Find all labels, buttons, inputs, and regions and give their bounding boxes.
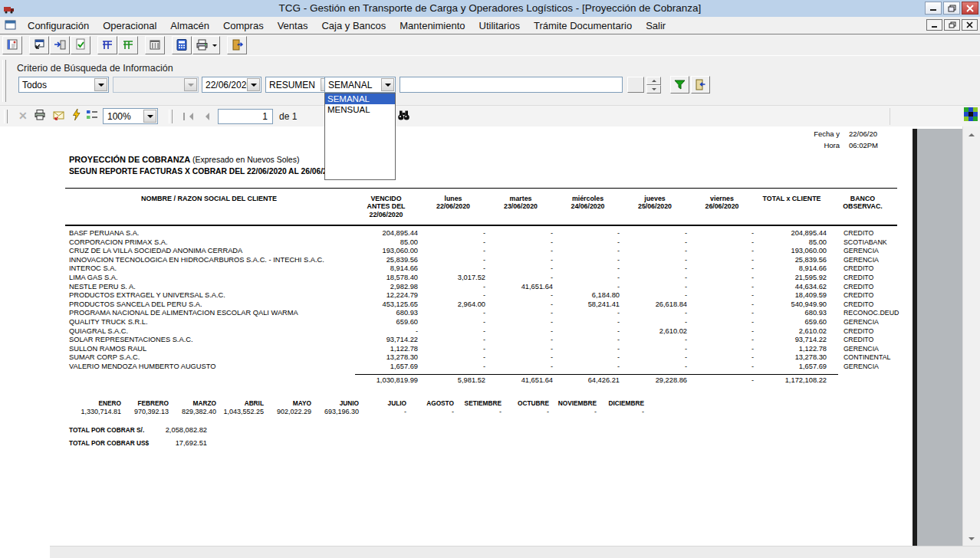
column-header-vencido: VENCIDOANTES DEL22/06/2020	[353, 195, 419, 219]
total-soles-value: 2,058,082.82	[134, 426, 207, 434]
cell-vie: -	[689, 300, 755, 310]
scroll-up-icon[interactable]	[963, 128, 980, 141]
blank-button[interactable]	[627, 77, 644, 93]
band-grip[interactable]	[4, 110, 8, 123]
previous-page-button[interactable]	[198, 110, 212, 123]
mdi-minimize-button[interactable]	[926, 19, 942, 31]
cell-mie: 58,241.41	[554, 300, 621, 310]
header-line: miércoles	[554, 195, 621, 203]
scope-value: Todos	[22, 80, 47, 90]
window-save-button[interactable]	[29, 36, 49, 54]
minimize-button[interactable]	[925, 2, 942, 15]
restore-button[interactable]	[943, 2, 960, 15]
binoculars-icon	[397, 109, 410, 121]
zoom-combobox[interactable]: 100%	[103, 108, 158, 124]
cell-name: INTEROC S.A.	[65, 264, 353, 274]
cell-mie: -	[554, 229, 621, 238]
cell-vencido: 1,657.69	[353, 363, 419, 372]
date-combobox[interactable]: 22/06/2020	[202, 77, 261, 93]
table-green-button[interactable]	[118, 36, 138, 54]
cell-jue: -	[621, 318, 689, 327]
cell-jue: -	[621, 353, 689, 363]
cell-mar: -	[487, 229, 554, 238]
delete-columns-button[interactable]	[145, 36, 165, 54]
menu-item-1[interactable]: Operacional	[96, 17, 163, 34]
month-label: SETIEMBRE	[457, 399, 505, 407]
month-label: OCTUBRE	[505, 399, 552, 407]
calculator-button[interactable]	[172, 36, 192, 54]
vertical-scrollbar[interactable]	[962, 126, 980, 547]
chevron-down-icon[interactable]	[247, 78, 260, 91]
cell-jue: -	[621, 309, 689, 318]
period-dropdown-list[interactable]: SEMANALMENSUAL	[324, 93, 396, 180]
cell-vie: -	[689, 283, 755, 292]
cell-jue: -	[621, 238, 689, 248]
report-time-value: 06:02PM	[849, 141, 878, 149]
menu-item-7[interactable]: Utilitarios	[472, 17, 527, 34]
print-button[interactable]	[192, 36, 220, 54]
import-button[interactable]	[50, 36, 70, 54]
menu-item-3[interactable]: Compras	[216, 17, 271, 34]
menu-item-4[interactable]: Ventas	[271, 17, 315, 34]
total-total: 1,172,108.22	[755, 376, 828, 386]
record-spinner[interactable]	[646, 77, 661, 93]
chevron-down-icon[interactable]	[143, 110, 156, 123]
secondary-combobox	[113, 77, 199, 93]
menu-item-2[interactable]: Almacén	[163, 17, 216, 34]
first-page-button[interactable]	[181, 110, 196, 123]
menu-items: ConfiguraciónOperacionalAlmacénComprasVe…	[21, 17, 673, 34]
group-tree-button[interactable]	[86, 110, 98, 120]
refresh-bolt-button[interactable]	[71, 108, 82, 122]
cell-total: 1,122.78	[755, 345, 828, 354]
menu-item-8[interactable]: Trámite Documentario	[527, 17, 639, 34]
menu-item-9[interactable]: Salir	[639, 17, 673, 34]
export-button[interactable]	[52, 110, 65, 121]
band-grip[interactable]	[169, 110, 173, 123]
close-button[interactable]	[962, 2, 978, 15]
spin-up-icon[interactable]	[646, 77, 661, 85]
cell-name: QUIAGRAL S.A.C.	[65, 327, 353, 336]
scroll-down-icon[interactable]	[963, 532, 980, 545]
menu-item-5[interactable]: Caja y Bancos	[314, 17, 393, 34]
chevron-down-icon[interactable]	[381, 78, 394, 91]
filter-button[interactable]	[670, 76, 689, 94]
cell-banco: CONTINENTAL	[828, 353, 897, 363]
import-icon	[54, 38, 67, 51]
mdi-restore-button[interactable]	[944, 19, 960, 31]
dropdown-option[interactable]: MENSUAL	[325, 104, 395, 115]
menu-item-0[interactable]: Configuración	[21, 17, 96, 34]
cell-vencido: 659.60	[353, 318, 419, 327]
print-dropdown-icon	[212, 44, 217, 49]
report-toolbar: ✕ 100% de 1	[0, 105, 980, 128]
page-count-label: de 1	[279, 111, 297, 122]
search-input[interactable]	[400, 77, 623, 93]
cell-total: 21,595.92	[755, 274, 828, 283]
table-blue-button[interactable]	[97, 36, 117, 54]
month-value: 693,196.30	[314, 407, 362, 417]
cell-total: 8,914.66	[755, 264, 828, 274]
search-report-button[interactable]	[397, 109, 410, 121]
period-combobox[interactable]: SEMANAL	[324, 77, 396, 93]
horizontal-scrollbar[interactable]	[50, 546, 980, 558]
viewer-print-button[interactable]	[34, 109, 46, 121]
column-header-total: TOTAL x CLIENTE	[755, 195, 828, 219]
cell-vie: -	[689, 274, 755, 283]
chevron-down-icon[interactable]	[94, 78, 107, 91]
viewer-canvas	[917, 129, 963, 547]
cell-mar: 41,651.64	[487, 283, 554, 292]
band-grip[interactable]	[2, 60, 6, 102]
document-check-button[interactable]	[71, 36, 90, 54]
cell-jue: -	[621, 363, 689, 372]
header-line: BANCO	[828, 195, 897, 203]
dropdown-option[interactable]: SEMANAL	[325, 94, 395, 104]
mdi-close-button[interactable]	[962, 19, 978, 31]
page-number-input[interactable]	[218, 109, 273, 124]
report-subtitle: SEGUN REPORTE FACTURAS X COBRAR DEL 22/0…	[69, 167, 340, 176]
spin-down-icon[interactable]	[646, 85, 661, 94]
contacts-button[interactable]	[2, 36, 22, 54]
exit-button[interactable]	[227, 36, 247, 54]
menu-item-6[interactable]: Mantenimiento	[393, 17, 472, 34]
scope-combobox[interactable]: Todos	[18, 77, 109, 93]
table-row: LIMA GAS S.A.18,578.403,017.52----21,595…	[65, 274, 897, 283]
close-panel-button[interactable]	[691, 76, 710, 94]
